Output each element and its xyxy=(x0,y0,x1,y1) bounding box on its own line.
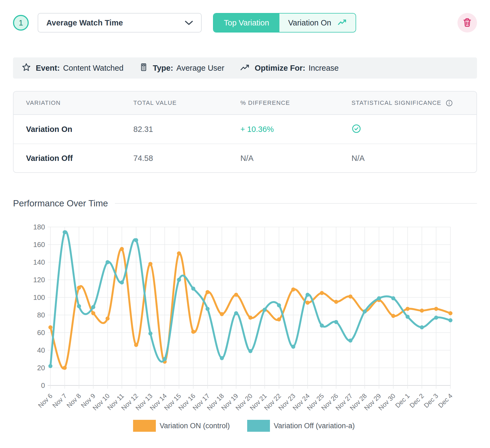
legend-swatch-teal xyxy=(247,420,270,432)
svg-text:Dec 2: Dec 2 xyxy=(408,392,425,409)
svg-text:40: 40 xyxy=(37,346,45,354)
svg-text:20: 20 xyxy=(37,364,45,372)
metric-dropdown[interactable]: Average Watch Time xyxy=(38,13,202,33)
results-table: VARIATION TOTAL VALUE % DIFFERENCE STATI… xyxy=(13,91,477,173)
metric-header-row: 1 Average Watch Time Top Variation Varia… xyxy=(13,13,477,33)
legend-label: Variation ON (control) xyxy=(160,422,230,430)
svg-text:Nov 7: Nov 7 xyxy=(51,392,68,409)
type-label: Type: xyxy=(153,64,173,73)
chevron-down-icon xyxy=(185,18,193,27)
svg-text:Dec 3: Dec 3 xyxy=(422,392,439,409)
row-variation-name: Variation Off xyxy=(14,154,121,163)
performance-line-chart: 020406080100120140160180Nov 6Nov 7Nov 8N… xyxy=(11,222,475,418)
row-difference: N/A xyxy=(228,154,339,163)
svg-text:Nov 6: Nov 6 xyxy=(37,392,54,409)
row-significance xyxy=(339,124,476,135)
trash-icon xyxy=(462,17,472,28)
col-difference: % DIFFERENCE xyxy=(228,99,339,106)
toggle-variation-on-label: Variation On xyxy=(288,18,331,27)
legend-item-variation-off[interactable]: Variation Off (variation-a) xyxy=(247,420,355,432)
event-summary: Event: Content Watched xyxy=(22,63,124,74)
table-row-variation-off: Variation Off 74.58 N/A N/A xyxy=(14,144,476,172)
svg-text:60: 60 xyxy=(37,329,45,337)
type-summary: Type: Average User xyxy=(139,63,224,74)
col-significance: STATISTICAL SIGNIFICANCE xyxy=(339,99,476,107)
info-circle-icon[interactable] xyxy=(446,99,453,107)
toggle-variation-on[interactable]: Variation On xyxy=(279,14,356,32)
row-total-value: 82.31 xyxy=(121,125,228,134)
legend-swatch-orange xyxy=(133,420,156,432)
optimize-value: Increase xyxy=(309,64,339,73)
svg-text:80: 80 xyxy=(37,311,45,319)
results-table-header: VARIATION TOTAL VALUE % DIFFERENCE STATI… xyxy=(14,92,476,115)
star-icon xyxy=(22,63,36,74)
toggle-top-variation[interactable]: Top Variation xyxy=(214,14,279,32)
trending-up-icon xyxy=(240,63,255,73)
legend-label: Variation Off (variation-a) xyxy=(274,422,355,430)
metric-dropdown-value: Average Watch Time xyxy=(46,18,123,27)
row-total-value: 74.58 xyxy=(121,154,228,163)
metric-index-badge: 1 xyxy=(13,15,29,31)
event-value: Content Watched xyxy=(63,64,124,73)
svg-text:140: 140 xyxy=(33,258,45,266)
optimize-label: Optimize For: xyxy=(255,64,305,73)
svg-text:Nov 8: Nov 8 xyxy=(65,392,82,409)
section-divider xyxy=(115,203,477,204)
performance-section-head: Performance Over Time xyxy=(13,198,477,209)
col-total-value: TOTAL VALUE xyxy=(121,99,228,106)
svg-text:Dec 4: Dec 4 xyxy=(437,392,454,409)
svg-text:120: 120 xyxy=(33,276,45,284)
svg-text:100: 100 xyxy=(33,293,45,301)
row-variation-name: Variation On xyxy=(14,125,121,134)
toggle-top-variation-label: Top Variation xyxy=(224,18,269,27)
trending-up-icon xyxy=(338,18,347,27)
chart-legend: Variation ON (control) Variation Off (va… xyxy=(11,420,477,432)
type-value: Average User xyxy=(176,64,224,73)
page-title: Performance Over Time xyxy=(13,198,108,209)
metric-summary-bar: Event: Content Watched Type: Average Use… xyxy=(13,57,477,79)
calculator-icon xyxy=(139,63,153,74)
check-circle-icon xyxy=(352,124,361,135)
experiment-metric-panel: 1 Average Watch Time Top Variation Varia… xyxy=(0,0,490,448)
table-row-variation-on: Variation On 82.31 + 10.36% xyxy=(14,115,476,144)
delete-metric-button[interactable] xyxy=(457,13,477,33)
col-variation: VARIATION xyxy=(14,99,121,106)
svg-text:Dec 1: Dec 1 xyxy=(394,392,411,409)
row-difference: + 10.36% xyxy=(228,125,339,134)
event-label: Event: xyxy=(36,64,60,73)
legend-item-variation-on[interactable]: Variation ON (control) xyxy=(133,420,230,432)
optimize-summary: Optimize For: Increase xyxy=(240,63,339,73)
svg-text:180: 180 xyxy=(33,223,45,231)
svg-text:160: 160 xyxy=(33,241,45,249)
svg-text:0: 0 xyxy=(41,381,45,389)
row-significance: N/A xyxy=(339,154,476,163)
performance-chart: 020406080100120140160180Nov 6Nov 7Nov 8N… xyxy=(11,222,477,432)
variation-toggle: Top Variation Variation On xyxy=(213,13,356,33)
